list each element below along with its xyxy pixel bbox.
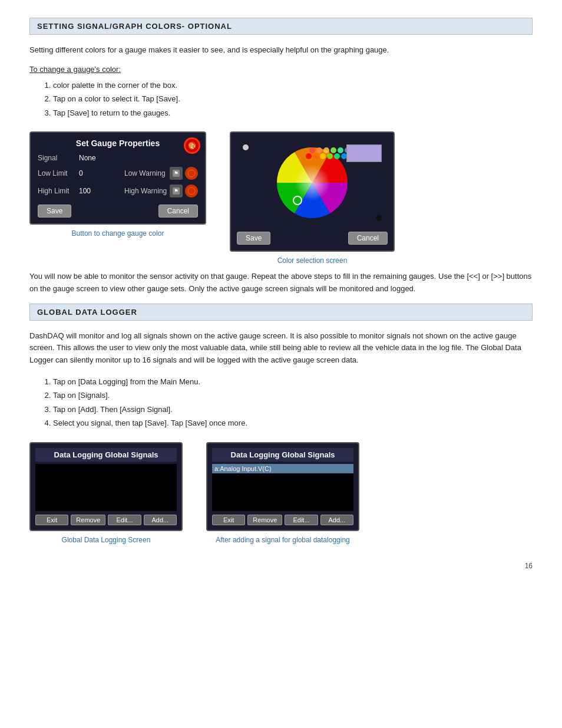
dl-add-btn-filled[interactable]: Add... — [320, 515, 353, 525]
svg-point-10 — [309, 147, 315, 153]
gauge-cancel-button[interactable]: Cancel — [158, 205, 198, 218]
svg-point-17 — [313, 153, 319, 159]
gauge-screen-block: Set Gauge Properties 🎨 Signal None Low L… — [29, 131, 206, 238]
svg-point-4 — [188, 170, 195, 177]
dl-caption-left: Global Data Logging Screen — [62, 536, 151, 544]
low-warning-icon1[interactable]: ⚑ — [170, 167, 183, 180]
svg-point-12 — [323, 147, 329, 153]
high-warning-icons: ⚑ — [170, 185, 198, 197]
svg-point-20 — [334, 153, 340, 159]
signal-value: None — [79, 154, 198, 162]
dl-screen-filled: Data Logging Global Signals a:Analog Inp… — [206, 442, 359, 531]
high-limit-row: High Limit 100 High Warning ⚑ — [38, 185, 198, 197]
dl-screen-filled-block: Data Logging Global Signals a:Analog Inp… — [206, 442, 359, 544]
color-wheel-area — [237, 139, 388, 227]
caption-right: Color selection screen — [277, 256, 348, 265]
svg-text:⚑: ⚑ — [174, 170, 178, 176]
section1-steps: color palette in the corner of the box. … — [53, 78, 533, 120]
color-preview-box — [346, 144, 382, 162]
black-dot — [376, 215, 382, 221]
dl-edit-btn-empty[interactable]: Edit... — [108, 515, 141, 525]
svg-point-18 — [320, 153, 326, 159]
low-warning-label: Low Warning — [124, 169, 170, 177]
svg-text:🎨: 🎨 — [189, 142, 196, 150]
dl-edit-btn-filled[interactable]: Edit... — [285, 515, 318, 525]
svg-point-19 — [327, 153, 333, 159]
color-wheel-svg — [265, 144, 359, 221]
low-warning-color-btn[interactable] — [185, 167, 198, 180]
section1-images-row: Set Gauge Properties 🎨 Signal None Low L… — [29, 131, 533, 265]
color-cancel-button[interactable]: Cancel — [348, 232, 388, 245]
svg-point-11 — [316, 147, 322, 153]
section2-header: GLOBAL DATA LOGGER — [29, 304, 533, 321]
step-1: color palette in the corner of the box. — [53, 78, 533, 92]
gauge-screen: Set Gauge Properties 🎨 Signal None Low L… — [29, 131, 206, 225]
low-limit-row: Low Limit 0 Low Warning ⚑ — [38, 167, 198, 180]
dl-exit-btn-empty[interactable]: Exit — [35, 515, 68, 525]
step-3: Tap [Save] to return to the gauges. — [53, 106, 533, 120]
dl-footer-empty: Exit Remove Edit... Add... — [35, 515, 177, 525]
dl-title-empty: Data Logging Global Signals — [35, 448, 177, 462]
para1: You will now be able to monitor the sens… — [29, 271, 533, 295]
gauge-screen-footer: Save Cancel — [38, 205, 198, 218]
section1-title: SETTING SIGNAL/GRAPH COLORS- OPTIONAL — [37, 22, 232, 31]
svg-point-7 — [188, 187, 195, 195]
caption-left: Button to change gauge color — [72, 229, 164, 238]
svg-point-9 — [295, 165, 330, 200]
s2-step-3: Tap on [Add]. Then [Assign Signal]. — [53, 403, 533, 416]
high-warning-color-btn[interactable] — [185, 185, 198, 197]
step-2: Tap on a color to select it. Tap [Save]. — [53, 92, 533, 106]
low-limit-value: 0 — [79, 169, 124, 177]
section2-title: GLOBAL DATA LOGGER — [37, 308, 137, 317]
dl-caption-right: After adding a signal for global datalog… — [216, 536, 350, 544]
low-limit-label: Low Limit — [38, 169, 79, 177]
color-save-button[interactable]: Save — [237, 232, 270, 245]
high-limit-value: 100 — [79, 187, 124, 195]
dl-screen-empty: Data Logging Global Signals Exit Remove … — [29, 442, 183, 531]
s2-step-2: Tap on [Signals]. — [53, 388, 533, 402]
svg-point-16 — [306, 153, 312, 159]
dl-list-empty — [35, 464, 177, 511]
color-screen: Save Cancel — [230, 131, 395, 252]
page-number: 16 — [29, 562, 533, 570]
dl-add-btn-empty[interactable]: Add... — [144, 515, 177, 525]
section2-steps: Tap on [Data Logging] from the Main Menu… — [53, 375, 533, 430]
change-color-button[interactable]: 🎨 — [184, 137, 200, 154]
dl-exit-btn-filled[interactable]: Exit — [212, 515, 245, 525]
high-warning-label: High Warning — [124, 187, 170, 195]
dl-title-filled: Data Logging Global Signals — [212, 448, 353, 462]
dl-screen-empty-block: Data Logging Global Signals Exit Remove … — [29, 442, 183, 544]
color-screen-footer: Save Cancel — [237, 232, 388, 245]
high-limit-label: High Limit — [38, 187, 79, 195]
section1-intro: Setting different colors for a gauge mak… — [29, 44, 533, 57]
section1-header: SETTING SIGNAL/GRAPH COLORS- OPTIONAL — [29, 18, 533, 35]
svg-point-13 — [330, 147, 336, 153]
svg-text:⚑: ⚑ — [174, 188, 178, 194]
low-warning-icons: ⚑ — [170, 167, 198, 180]
section1-subheading: To change a gauge's color: — [29, 65, 533, 74]
white-dot — [243, 144, 249, 150]
dl-footer-filled: Exit Remove Edit... Add... — [212, 515, 353, 525]
svg-point-14 — [338, 147, 343, 153]
gauge-screen-title: Set Gauge Properties — [38, 139, 198, 148]
section2-images-row: Data Logging Global Signals Exit Remove … — [29, 442, 533, 544]
gauge-save-button[interactable]: Save — [38, 205, 71, 218]
color-screen-block: Save Cancel Color selection screen — [230, 131, 395, 265]
high-warning-icon1[interactable]: ⚑ — [170, 185, 183, 197]
dl-remove-btn-filled[interactable]: Remove — [247, 515, 282, 525]
s2-step-1: Tap on [Data Logging] from the Main Menu… — [53, 375, 533, 388]
s2-step-4: Select you signal, then tap [Save]. Tap … — [53, 416, 533, 430]
dl-remove-btn-empty[interactable]: Remove — [71, 515, 105, 525]
signal-row: Signal None — [38, 154, 198, 162]
section2-intro: DashDAQ will monitor and log all signals… — [29, 330, 533, 367]
dl-list-filled: a:Analog Input.V(C) — [212, 464, 353, 511]
signal-label: Signal — [38, 154, 79, 162]
dl-signal-item[interactable]: a:Analog Input.V(C) — [212, 464, 353, 473]
